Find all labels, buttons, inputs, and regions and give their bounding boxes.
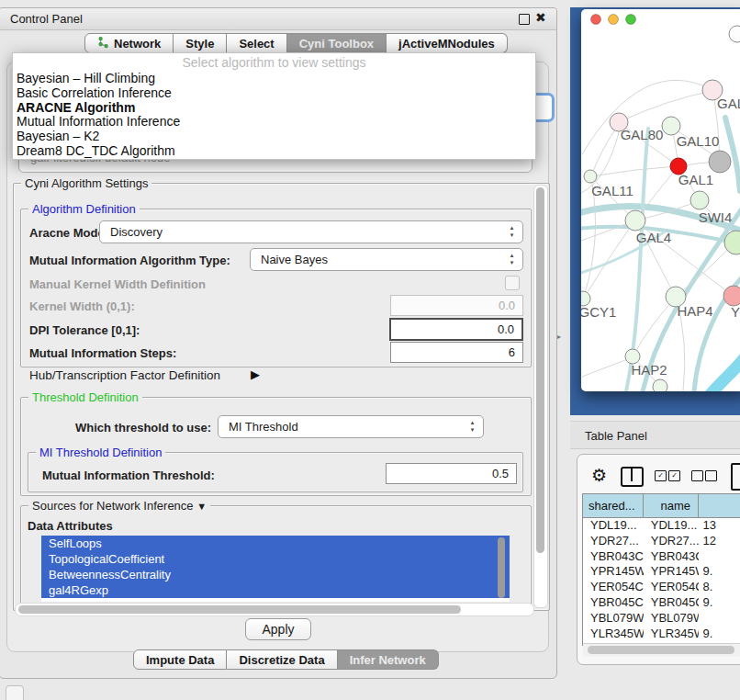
dpi-tolerance-field[interactable]: 0.0 <box>389 318 523 341</box>
data-attributes-list[interactable]: SelfLoopsTopologicalCoefficientBetweenne… <box>41 536 510 602</box>
algorithm-option-bayesian-hill-climbing[interactable]: Bayesian – Hill Climbing <box>13 72 535 86</box>
node-label-gcy1: GCY1 <box>579 304 617 320</box>
control-panel-titlebar[interactable]: Control Panel ✖ <box>0 8 556 30</box>
tab-cyni-toolbox[interactable]: Cyni Toolbox <box>287 33 387 53</box>
node-label-gal10: GAL10 <box>677 133 720 149</box>
table-row[interactable]: YPR145WYPR145W9. <box>583 564 740 580</box>
network-node[interactable] <box>653 379 667 394</box>
table-row[interactable]: YDL19...YDL19...13 <box>583 518 740 534</box>
deselect-all-checkbox-icon[interactable] <box>691 470 703 481</box>
document-icon[interactable] <box>731 463 740 491</box>
network-canvas[interactable]: GALGAL80GAL10GAL1GAL11SWI4GAL4GCY1HAP4YH… <box>570 7 740 415</box>
tab-label: Network <box>114 37 161 51</box>
node-label-gal: GAL <box>717 96 740 111</box>
network-node[interactable] <box>625 210 645 231</box>
table-horizontal-scrollbar[interactable] <box>583 643 740 657</box>
algorithm-option-bayesian-k2[interactable]: Bayesian – K2 <box>13 130 535 144</box>
select-all-checkbox-icon[interactable]: ✓ <box>655 470 667 481</box>
network-node[interactable] <box>690 191 709 209</box>
network-node[interactable] <box>709 151 731 173</box>
attribute-item-gal4rgexp[interactable]: gal4RGexp <box>41 582 510 598</box>
network-node-labels: GALGAL80GAL10GAL1GAL11SWI4GAL4GCY1HAP4YH… <box>579 96 740 378</box>
algorithm-option-mutual-information-inference[interactable]: Mutual Information Inference <box>13 115 535 130</box>
which-threshold-value: MI Threshold <box>229 420 298 434</box>
aracne-mode-select[interactable]: Discovery ▴▾ <box>99 220 523 243</box>
expander-down-arrow-icon[interactable]: ▼ <box>196 501 207 512</box>
spinner-arrows-icon: ▴▾ <box>468 419 477 434</box>
network-node[interactable] <box>662 117 680 135</box>
tab-label: Select <box>239 37 274 51</box>
table-row[interactable]: YER054CYER054C8. <box>583 580 740 595</box>
table-panel-title: Table Panel <box>585 429 647 443</box>
horizontal-scrollbar-thumb[interactable] <box>18 605 461 614</box>
table-cell: YDR27... <box>583 534 644 549</box>
split-view-icon[interactable] <box>621 467 644 487</box>
tab-impute-data[interactable]: Impute Data <box>133 649 227 670</box>
zoom-window-icon[interactable] <box>626 15 636 25</box>
dpi-tolerance-label: DPI Tolerance [0,1]: <box>29 323 140 337</box>
expander-right-arrow-icon[interactable]: ▶ <box>251 367 260 381</box>
mi-algorithm-type-select[interactable]: Naive Bayes ▴▾ <box>250 248 523 271</box>
collapsed-panel-icon[interactable] <box>6 685 24 700</box>
table-row[interactable]: YBR043CYBR043C <box>583 549 740 565</box>
panel-title: Control Panel <box>10 12 83 26</box>
which-threshold-select[interactable]: MI Threshold ▴▾ <box>218 415 484 438</box>
network-node[interactable] <box>723 286 740 306</box>
table-row[interactable]: YBL079WYBL079W <box>583 611 740 627</box>
attribute-item-topologicalcoefficient[interactable]: TopologicalCoefficient <box>41 551 510 567</box>
attributes-scrollbar-thumb[interactable] <box>498 537 505 598</box>
network-node[interactable] <box>729 26 740 42</box>
apply-button[interactable]: Apply <box>245 618 311 640</box>
tab-style[interactable]: Style <box>174 33 227 53</box>
deselect-all-checkbox-icon[interactable] <box>705 470 717 481</box>
settings-scrollbar-thumb[interactable] <box>536 187 544 553</box>
network-node[interactable] <box>584 170 597 183</box>
algorithm-option-basic-correlation-inference[interactable]: Basic Correlation Inference <box>13 86 535 101</box>
bottom-tab-bar: Impute DataDiscretize DataInfer Network <box>133 649 439 670</box>
algorithm-option-aracne-algorithm[interactable]: ARACNE Algorithm <box>13 101 535 116</box>
tab-jactivemnodules[interactable]: jActiveMNodules <box>387 33 508 53</box>
algorithm-dropdown-list: Select algorithm to view settings Bayesi… <box>12 52 536 160</box>
algorithm-definition-title: Algorithm Definition <box>28 202 140 216</box>
float-window-icon[interactable] <box>519 14 530 25</box>
kernel-width-field[interactable]: 0.0 <box>390 295 523 316</box>
settings-vertical-scrollbar[interactable] <box>533 185 548 608</box>
threshold-definition-title: Threshold Definition <box>28 390 142 404</box>
table-row[interactable]: YDR27...YDR27...12 <box>583 534 740 549</box>
mi-threshold-field[interactable]: 0.5 <box>386 463 517 484</box>
tab-network[interactable]: Network <box>84 33 174 53</box>
node-table[interactable]: shared...name YDL19...YDL19...13YDR27...… <box>582 493 740 646</box>
attribute-item-betweennesscentrality[interactable]: BetweennessCentrality <box>41 567 510 582</box>
algorithm-option-dream8-dc-tdc-algorithm[interactable]: Dream8 DC_TDC Algorithm <box>13 144 535 159</box>
tab-discretize-data[interactable]: Discretize Data <box>227 649 337 670</box>
splitter-handle-icon[interactable]: ▸ <box>557 333 561 341</box>
mi-steps-field[interactable]: 6 <box>390 342 523 363</box>
table-row[interactable]: YBR045CYBR045C9. <box>583 595 740 611</box>
column-header-shared[interactable]: shared... <box>583 494 644 517</box>
close-icon[interactable]: ✖ <box>535 10 546 25</box>
traffic-lights[interactable] <box>591 15 636 25</box>
minimize-window-icon[interactable] <box>609 15 619 25</box>
hub-expander-label[interactable]: Hub/Transcription Factor Definition <box>29 368 220 382</box>
attribute-item-selfloops[interactable]: SelfLoops <box>41 536 510 551</box>
tab-infer-network[interactable]: Infer Network <box>338 649 439 670</box>
select-all-checkbox-icon[interactable]: ✓ <box>668 470 680 481</box>
cyni-algorithm-settings-title: Cyni Algorithm Settings <box>21 176 151 190</box>
settings-horizontal-scrollbar[interactable] <box>15 603 534 616</box>
table-panel-titlebar[interactable]: Table Panel <box>570 421 740 449</box>
close-window-icon[interactable] <box>591 15 601 25</box>
gear-icon[interactable]: ⚙ <box>591 465 607 486</box>
table-cell: 9. <box>699 627 740 642</box>
table-cell: YBR043C <box>583 549 644 565</box>
column-header-name[interactable]: name <box>644 494 699 517</box>
network-edge <box>582 357 633 377</box>
table-scrollbar-thumb[interactable] <box>588 646 734 654</box>
table-cell: YBL079W <box>583 611 644 627</box>
tab-select[interactable]: Select <box>227 33 286 53</box>
table-header-row: shared...name <box>583 494 740 518</box>
table-row[interactable]: YLR345WYLR345W9. <box>583 627 740 642</box>
mi-steps-label: Mutual Information Steps: <box>29 346 176 360</box>
network-edge <box>591 166 677 176</box>
manual-kernel-checkbox[interactable] <box>505 276 520 290</box>
column-header-col-2[interactable] <box>699 494 740 517</box>
